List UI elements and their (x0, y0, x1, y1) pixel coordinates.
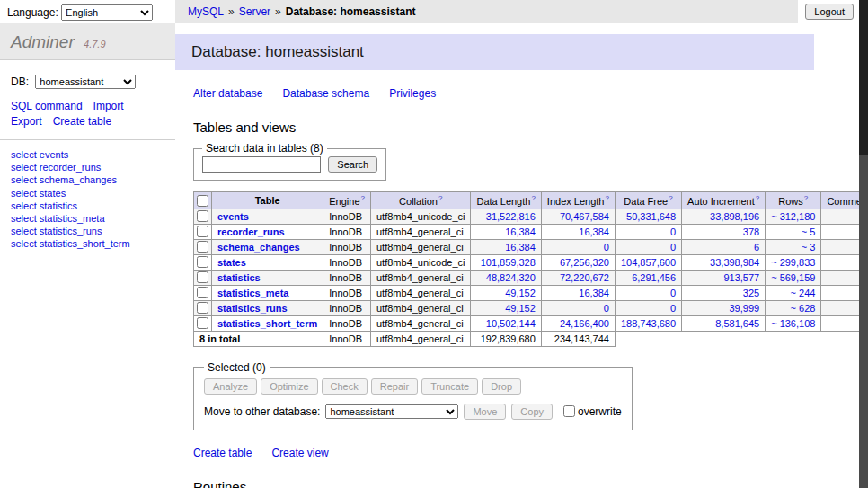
help-icon[interactable]: ? (605, 194, 608, 202)
row-checkbox[interactable] (197, 302, 208, 314)
help-icon[interactable]: ? (438, 194, 442, 202)
search-input[interactable] (202, 156, 321, 173)
row-checkbox[interactable] (197, 287, 208, 298)
select-all-checkbox[interactable] (197, 195, 208, 207)
data-length-link[interactable]: 49,152 (505, 303, 536, 314)
data-free-link[interactable]: 50,331,648 (626, 211, 676, 222)
move-button[interactable]: Move (464, 404, 506, 420)
rows-link[interactable]: ~ 136,108 (771, 318, 815, 329)
auto-increment-link[interactable]: 378 (743, 226, 759, 237)
scrollbar-thumb[interactable] (859, 0, 868, 155)
move-db-select[interactable]: homeassistant (325, 404, 458, 419)
nav-link-database-schema[interactable]: Database schema (282, 87, 369, 100)
rows-link[interactable]: ~ 3 (802, 242, 816, 253)
sidebar-action-import[interactable]: Import (93, 100, 124, 112)
help-icon[interactable]: ? (804, 194, 808, 202)
data-free-link[interactable]: 188,743,680 (621, 318, 676, 329)
truncate-button[interactable]: Truncate (421, 378, 478, 395)
help-icon[interactable]: ? (531, 194, 535, 202)
sidebar-action-create-table[interactable]: Create table (53, 115, 111, 128)
rows-link[interactable]: ~ 628 (791, 303, 816, 314)
table-link-statistics[interactable]: statistics (217, 272, 261, 283)
nav-link-alter-database[interactable]: Alter database (193, 87, 262, 100)
index-length-link[interactable]: 24,166,400 (560, 318, 609, 329)
sidebar-item-select-events[interactable]: select events (11, 149, 164, 161)
language-select[interactable]: English (61, 4, 153, 21)
overwrite-checkbox[interactable] (563, 405, 575, 417)
index-length-link[interactable]: 16,384 (579, 288, 609, 298)
nav-link-privileges[interactable]: Privileges (389, 87, 436, 100)
auto-increment-link[interactable]: 6 (754, 242, 759, 253)
data-free-link[interactable]: 6,291,456 (632, 272, 676, 283)
auto-increment-link[interactable]: 39,999 (730, 303, 760, 314)
row-checkbox[interactable] (197, 226, 208, 237)
auto-increment-link[interactable]: 325 (743, 288, 759, 298)
rows-link[interactable]: ~ 312,180 (771, 211, 815, 222)
row-checkbox[interactable] (197, 256, 208, 268)
rows-link[interactable]: ~ 569,159 (771, 272, 815, 283)
row-checkbox[interactable] (197, 317, 208, 329)
auto-increment-link[interactable]: 33,898,196 (710, 211, 759, 222)
vertical-scrollbar[interactable] (859, 0, 868, 488)
index-length-link[interactable]: 72,220,672 (560, 272, 609, 283)
data-free-link[interactable]: 0 (670, 242, 676, 253)
sidebar-action-sql-command[interactable]: SQL command (11, 100, 83, 112)
index-length-link[interactable]: 70,467,584 (560, 211, 609, 222)
table-link-states[interactable]: states (217, 257, 246, 268)
sidebar-item-select-statistics-short-term[interactable]: select statistics_short_term (11, 238, 164, 250)
data-free-link[interactable]: 0 (670, 288, 676, 298)
table-link-events[interactable]: events (217, 211, 249, 222)
sidebar-item-select-schema-changes[interactable]: select schema_changes (11, 174, 164, 186)
data-free-link[interactable]: 0 (670, 303, 676, 314)
data-length-link[interactable]: 48,824,320 (486, 272, 536, 283)
rows-link[interactable]: ~ 244 (791, 288, 816, 298)
rows-link[interactable]: ~ 5 (802, 226, 816, 237)
data-free-link[interactable]: 0 (670, 226, 676, 237)
data-length-link[interactable]: 49,152 (505, 288, 536, 298)
sidebar-item-select-recorder-runs[interactable]: select recorder_runs (11, 162, 164, 173)
sidebar-action-export[interactable]: Export (11, 115, 42, 128)
sidebar-item-select-statistics[interactable]: select statistics (11, 200, 164, 212)
data-length-link[interactable]: 16,384 (505, 242, 536, 253)
row-checkbox[interactable] (197, 271, 208, 283)
index-length-link[interactable]: 0 (604, 242, 609, 253)
index-length-link[interactable]: 67,256,320 (560, 257, 609, 268)
data-length-link[interactable]: 101,859,328 (481, 257, 536, 268)
logout-button[interactable]: Logout (805, 4, 854, 20)
breadcrumb-link-mysql[interactable]: MySQL (188, 5, 224, 18)
index-length-link[interactable]: 0 (604, 303, 609, 314)
optimize-button[interactable]: Optimize (261, 378, 317, 395)
create-view-link[interactable]: Create view (271, 447, 328, 459)
auto-increment-link[interactable]: 8,581,645 (715, 318, 759, 329)
breadcrumb-link-server[interactable]: Server (239, 5, 270, 18)
create-table-link[interactable]: Create table (193, 447, 252, 459)
sidebar-item-select-statistics-meta[interactable]: select statistics_meta (11, 213, 164, 225)
help-icon[interactable]: ? (756, 194, 759, 202)
search-button[interactable]: Search (328, 156, 377, 173)
check-button[interactable]: Check (322, 378, 368, 395)
analyze-button[interactable]: Analyze (204, 378, 257, 395)
app-name[interactable]: Adminer (11, 32, 75, 51)
rows-link[interactable]: ~ 299,833 (771, 257, 815, 268)
data-length-link[interactable]: 16,384 (505, 226, 536, 237)
sidebar-item-select-statistics-runs[interactable]: select statistics_runs (11, 226, 164, 237)
data-length-link[interactable]: 10,502,144 (486, 318, 536, 329)
drop-button[interactable]: Drop (482, 378, 521, 395)
auto-increment-link[interactable]: 913,577 (723, 272, 759, 283)
table-link-statistics-runs[interactable]: statistics_runs (217, 303, 288, 314)
index-length-link[interactable]: 16,384 (579, 226, 609, 237)
table-link-statistics-short-term[interactable]: statistics_short_term (217, 318, 317, 329)
data-free-link[interactable]: 104,857,600 (621, 257, 676, 268)
row-checkbox[interactable] (197, 241, 208, 253)
data-length-link[interactable]: 31,522,816 (486, 211, 536, 222)
auto-increment-link[interactable]: 33,398,984 (710, 257, 759, 268)
copy-button[interactable]: Copy (511, 404, 553, 420)
row-checkbox[interactable] (197, 210, 208, 222)
table-link-schema-changes[interactable]: schema_changes (217, 242, 300, 253)
table-link-statistics-meta[interactable]: statistics_meta (217, 288, 289, 298)
repair-button[interactable]: Repair (371, 378, 418, 395)
help-icon[interactable]: ? (361, 194, 365, 202)
db-select[interactable]: homeassistant (35, 75, 136, 89)
help-icon[interactable]: ? (669, 194, 672, 202)
table-link-recorder-runs[interactable]: recorder_runs (217, 226, 285, 237)
